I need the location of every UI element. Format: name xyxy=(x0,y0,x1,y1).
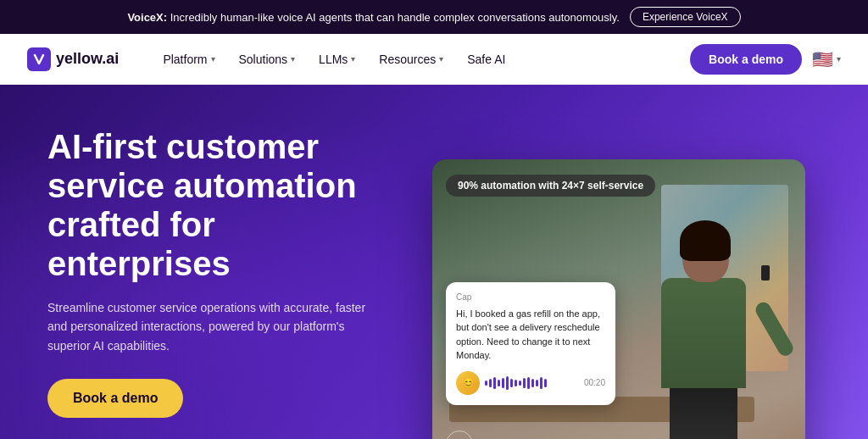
audio-avatar: 😊 xyxy=(456,371,480,395)
nav-item-resources[interactable]: Resources ▾ xyxy=(369,46,453,73)
person xyxy=(653,202,771,439)
banner-message: Incredibly human-like voice AI agents th… xyxy=(170,11,620,24)
banner-text: VoiceX: Incredibly human-like voice AI a… xyxy=(127,11,620,24)
flag-icon: 🇺🇸 xyxy=(812,49,833,69)
chevron-down-icon: ▾ xyxy=(211,54,215,64)
hero-subtitle: Streamline customer service operations w… xyxy=(47,298,370,355)
demo-card-background: 90% automation with 24×7 self-service Ca… xyxy=(432,159,805,439)
demo-card: 90% automation with 24×7 self-service Ca… xyxy=(432,159,805,439)
logo-text: yellow.ai xyxy=(56,50,119,68)
chat-bubble: Cap Hi, I booked a gas refill on the app… xyxy=(446,282,615,405)
language-selector[interactable]: 🇺🇸 ▾ xyxy=(812,49,841,69)
chevron-down-icon: ▾ xyxy=(291,54,295,64)
chevron-down-icon: ▾ xyxy=(351,54,355,64)
chevron-down-icon: ▾ xyxy=(439,54,443,64)
top-banner: VoiceX: Incredibly human-like voice AI a… xyxy=(0,0,868,34)
chevron-down-icon: ▾ xyxy=(837,54,841,64)
hero-title: AI-first customer service automation cra… xyxy=(47,127,390,283)
nav-book-demo-button[interactable]: Book a demo xyxy=(690,44,802,75)
person-hair xyxy=(680,220,731,261)
person-phone xyxy=(761,265,770,281)
nav-right: Book a demo 🇺🇸 ▾ xyxy=(690,44,841,75)
nav-item-safe-ai[interactable]: Safe AI xyxy=(457,46,515,73)
hero-left: AI-first customer service automation cra… xyxy=(0,85,424,439)
audio-timestamp: 00:20 xyxy=(584,378,605,387)
automation-badge: 90% automation with 24×7 self-service xyxy=(446,175,655,197)
banner-cta-button[interactable]: Experience VoiceX xyxy=(630,7,741,27)
banner-brand: VoiceX: xyxy=(127,11,167,24)
hero-book-demo-button[interactable]: Book a demo xyxy=(47,379,183,418)
nav-item-llms[interactable]: LLMs ▾ xyxy=(309,46,365,73)
logo-icon xyxy=(27,47,51,71)
chat-label: Cap xyxy=(456,292,605,302)
nav-item-platform[interactable]: Platform ▾ xyxy=(153,46,225,73)
audio-waveform xyxy=(485,376,579,390)
chat-audio: 😊 00:20 xyxy=(456,371,605,395)
main-nav: yellow.ai Platform ▾ Solutions ▾ LLMs ▾ … xyxy=(0,34,868,85)
nav-links: Platform ▾ Solutions ▾ LLMs ▾ Resources … xyxy=(153,46,690,73)
nav-item-solutions[interactable]: Solutions ▾ xyxy=(229,46,306,73)
person-torso xyxy=(661,278,746,388)
logo-link[interactable]: yellow.ai xyxy=(27,47,119,71)
chat-text: Hi, I booked a gas refill on the app, bu… xyxy=(456,307,605,363)
hero-right: 90% automation with 24×7 self-service Ca… xyxy=(424,85,831,439)
hero-section: AI-first customer service automation cra… xyxy=(0,85,868,439)
